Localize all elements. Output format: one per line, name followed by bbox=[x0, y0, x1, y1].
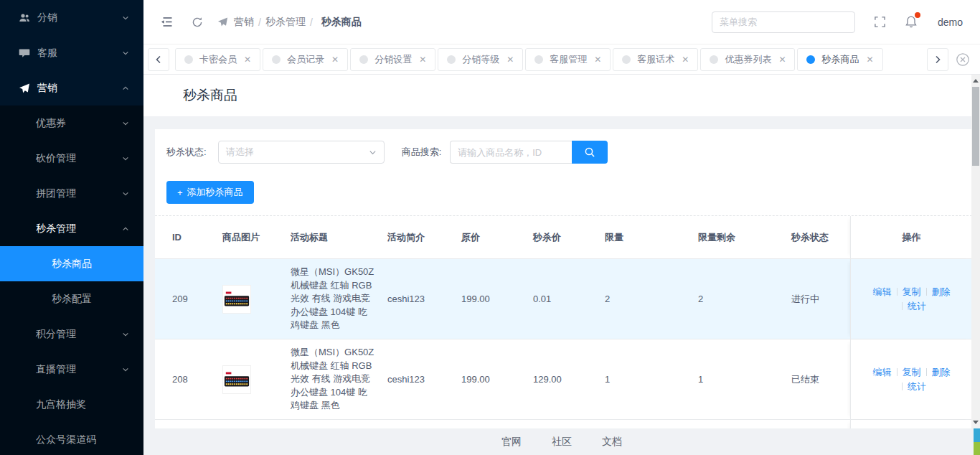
page-title: 秒杀商品 bbox=[183, 86, 237, 105]
tab-distribution-levels[interactable]: 分销等级✕ bbox=[438, 48, 523, 71]
close-icon[interactable]: ✕ bbox=[682, 55, 689, 65]
close-all-tabs-icon[interactable] bbox=[956, 52, 970, 67]
scrollbar-down-arrow[interactable] bbox=[971, 417, 980, 428]
close-icon[interactable]: ✕ bbox=[331, 55, 339, 65]
cell-title: 微星（MSI）GK50Z 机械键盘 红轴 RGB光效 有线 游戏电竞办公键盘 1… bbox=[279, 339, 376, 419]
delete-link[interactable]: 删除 bbox=[932, 367, 951, 377]
sidebar-item-distribution[interactable]: 分销 bbox=[0, 0, 143, 35]
copy-link[interactable]: 复制 bbox=[903, 286, 921, 297]
cell-actions bbox=[850, 420, 972, 428]
product-search-button[interactable] bbox=[572, 141, 608, 164]
cell-id: 208 bbox=[155, 339, 211, 419]
edit-link[interactable]: 编辑 bbox=[873, 286, 892, 297]
copy-link[interactable]: 复制 bbox=[903, 367, 921, 377]
stats-link[interactable]: 统计 bbox=[908, 301, 926, 311]
edit-link[interactable]: 编辑 bbox=[873, 367, 892, 377]
action-divider bbox=[902, 383, 903, 390]
chevron-down-icon bbox=[122, 366, 129, 373]
close-icon[interactable]: ✕ bbox=[244, 55, 251, 65]
cell-image bbox=[211, 339, 279, 419]
close-icon[interactable]: ✕ bbox=[866, 55, 873, 65]
sidebar-item-seckill[interactable]: 秒杀管理 bbox=[0, 211, 143, 246]
sidebar-item-seckill-config[interactable]: 秒杀配置 bbox=[0, 281, 143, 316]
cell-title: 微星（MSI）GK50Z 机械键盘 bbox=[279, 420, 376, 428]
sidebar-item-groupbuy[interactable]: 拼团管理 bbox=[0, 176, 143, 211]
username[interactable]: demo bbox=[938, 17, 963, 28]
tabs-scroll-left-button[interactable] bbox=[148, 48, 169, 71]
sidebar-item-marketing[interactable]: 营销 bbox=[0, 70, 143, 105]
column-header-limit: 限量 bbox=[593, 216, 687, 258]
refresh-icon[interactable] bbox=[192, 17, 203, 28]
scrollbar-up-arrow[interactable] bbox=[971, 75, 980, 86]
product-thumbnail[interactable] bbox=[222, 365, 251, 394]
tab-dot-icon bbox=[359, 55, 368, 64]
tab-card-members[interactable]: 卡密会员✕ bbox=[175, 48, 260, 71]
breadcrumb-marketing[interactable]: 营销 bbox=[234, 16, 254, 29]
sidebar-item-points[interactable]: 积分管理 bbox=[0, 316, 143, 352]
column-header-limit-remaining: 限量剩余 bbox=[687, 216, 780, 258]
sidebar-item-live[interactable]: 直播管理 bbox=[0, 352, 143, 387]
close-icon[interactable]: ✕ bbox=[594, 55, 601, 65]
tabs-scroll-right-button[interactable] bbox=[927, 48, 948, 71]
footer-link-community[interactable]: 社区 bbox=[552, 436, 572, 449]
delete-link[interactable]: 删除 bbox=[932, 286, 951, 297]
cell-image bbox=[211, 259, 279, 339]
seckill-products-card: 秒杀状态: 请选择 商品搜索: + 添加秒杀商品 ID 商品图片 活动标题 活动… bbox=[155, 129, 972, 428]
cell-original-price: 199.00 bbox=[450, 339, 522, 419]
menu-search-input[interactable] bbox=[712, 11, 855, 33]
cell-intro: ceshi123 bbox=[376, 259, 450, 339]
cell-limit-remaining: 1 bbox=[687, 339, 780, 419]
fullscreen-icon[interactable] bbox=[874, 16, 886, 28]
sidebar-item-seckill-products[interactable]: 秒杀商品 bbox=[0, 246, 143, 281]
notifications-bell[interactable] bbox=[905, 15, 918, 29]
tab-dot-icon bbox=[534, 55, 543, 64]
cell-original-price: 199.00 bbox=[450, 259, 522, 339]
tab-dot-icon bbox=[272, 55, 281, 64]
breadcrumb: 营销 / 秒杀管理 / 秒杀商品 bbox=[217, 16, 366, 29]
plus-icon: + bbox=[177, 187, 183, 198]
action-divider bbox=[902, 302, 903, 310]
table-header-row: ID 商品图片 活动标题 活动简介 原价 秒杀价 限量 限量剩余 秒杀状态 操作 bbox=[155, 216, 972, 258]
sidebar-item-label: 客服 bbox=[37, 47, 122, 60]
chevron-up-icon bbox=[122, 85, 129, 92]
sidebar-item-bargain[interactable]: 砍价管理 bbox=[0, 141, 143, 176]
tab-seckill-products[interactable]: 秒杀商品✕ bbox=[797, 48, 882, 71]
table-row: 209 微星（MSI）GK50Z 机械键盘 红轴 RGB光效 有线 游戏电竞办公… bbox=[155, 258, 972, 339]
chevron-down-icon bbox=[122, 155, 129, 162]
product-search bbox=[450, 141, 608, 164]
sidebar-item-wechat-channel-code[interactable]: 公众号渠道码 bbox=[0, 422, 143, 455]
cell-id: 209 bbox=[155, 259, 211, 339]
tab-member-records[interactable]: 会员记录✕ bbox=[263, 48, 348, 71]
cell-seckill-price: 0.01 bbox=[522, 259, 593, 339]
product-thumbnail[interactable] bbox=[222, 285, 251, 314]
sidebar: 分销 客服 营销 优惠券 砍价管理 拼团管理 秒杀管理 秒杀商品 bbox=[0, 0, 143, 455]
cell-seckill-price: 129.00 bbox=[522, 339, 593, 419]
close-icon[interactable]: ✕ bbox=[507, 55, 514, 65]
menu-fold-icon[interactable] bbox=[161, 17, 173, 27]
close-icon[interactable]: ✕ bbox=[778, 55, 786, 65]
tab-service-management[interactable]: 客服管理✕ bbox=[525, 48, 611, 71]
tab-distribution-settings[interactable]: 分销设置✕ bbox=[350, 48, 435, 71]
sidebar-item-customer-service[interactable]: 客服 bbox=[0, 35, 143, 70]
corner-widget-blue bbox=[974, 428, 980, 442]
product-search-input[interactable] bbox=[450, 141, 572, 164]
breadcrumb-seckill-management[interactable]: 秒杀管理 bbox=[265, 16, 306, 29]
tab-service-scripts[interactable]: 客服话术✕ bbox=[613, 48, 698, 71]
filter-bar: 秒杀状态: 请选择 商品搜索: bbox=[155, 129, 972, 164]
add-seckill-product-button[interactable]: + 添加秒杀商品 bbox=[166, 181, 254, 204]
sidebar-item-lucky-grid[interactable]: 九宫格抽奖 bbox=[0, 387, 143, 422]
scrollbar-thumb[interactable] bbox=[972, 87, 979, 166]
cell-limit-remaining bbox=[687, 420, 780, 428]
sidebar-item-coupons[interactable]: 优惠券 bbox=[0, 105, 143, 141]
tab-coupon-list[interactable]: 优惠券列表✕ bbox=[700, 48, 795, 71]
footer-link-docs[interactable]: 文档 bbox=[602, 436, 622, 449]
action-divider bbox=[926, 288, 927, 296]
close-icon[interactable]: ✕ bbox=[419, 55, 426, 65]
chevron-down-icon bbox=[122, 120, 129, 127]
breadcrumb-separator: / bbox=[310, 17, 313, 28]
seckill-status-select[interactable]: 请选择 bbox=[218, 141, 385, 164]
footer-link-official-site[interactable]: 官网 bbox=[501, 436, 522, 449]
sidebar-marketing-submenu: 优惠券 砍价管理 拼团管理 秒杀管理 秒杀商品 秒杀配置 积分管理 直播管理 bbox=[0, 105, 143, 455]
chevron-down-icon bbox=[122, 50, 129, 57]
stats-link[interactable]: 统计 bbox=[908, 381, 926, 392]
